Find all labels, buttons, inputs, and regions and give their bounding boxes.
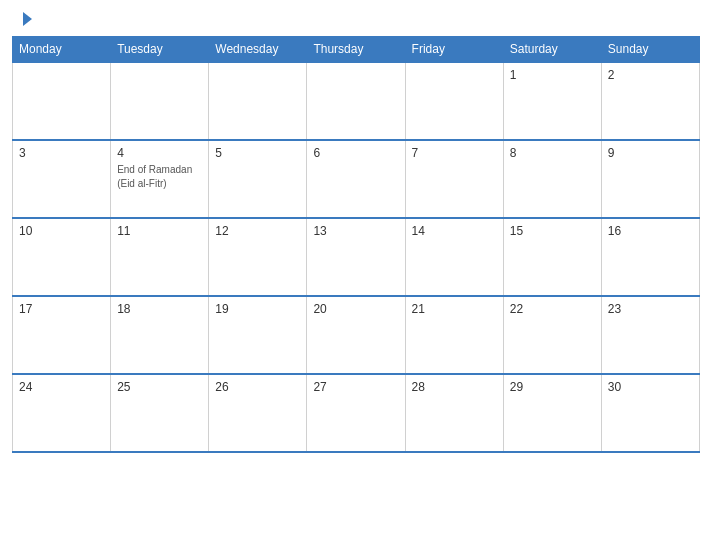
day-number: 4 bbox=[117, 146, 202, 160]
calendar-cell: 18 bbox=[111, 296, 209, 374]
day-number: 28 bbox=[412, 380, 497, 394]
day-number: 27 bbox=[313, 380, 398, 394]
calendar-cell: 2 bbox=[601, 62, 699, 140]
day-number: 10 bbox=[19, 224, 104, 238]
calendar-cell: 8 bbox=[503, 140, 601, 218]
week-row-2: 34End of Ramadan (Eid al-Fitr)56789 bbox=[13, 140, 700, 218]
calendar-cell: 16 bbox=[601, 218, 699, 296]
day-number: 9 bbox=[608, 146, 693, 160]
calendar-cell: 30 bbox=[601, 374, 699, 452]
calendar-cell: 1 bbox=[503, 62, 601, 140]
calendar-cell bbox=[405, 62, 503, 140]
logo-flag-icon bbox=[14, 10, 32, 28]
week-row-4: 17181920212223 bbox=[13, 296, 700, 374]
calendar-cell: 15 bbox=[503, 218, 601, 296]
weekday-header-monday: Monday bbox=[13, 37, 111, 63]
calendar-cell: 5 bbox=[209, 140, 307, 218]
calendar-cell: 6 bbox=[307, 140, 405, 218]
day-number: 13 bbox=[313, 224, 398, 238]
weekday-header-thursday: Thursday bbox=[307, 37, 405, 63]
calendar-cell: 10 bbox=[13, 218, 111, 296]
weekday-header-tuesday: Tuesday bbox=[111, 37, 209, 63]
calendar-body: 1234End of Ramadan (Eid al-Fitr)56789101… bbox=[13, 62, 700, 452]
day-number: 16 bbox=[608, 224, 693, 238]
calendar-cell: 27 bbox=[307, 374, 405, 452]
day-number: 14 bbox=[412, 224, 497, 238]
calendar-grid: MondayTuesdayWednesdayThursdayFridaySatu… bbox=[12, 36, 700, 453]
day-number: 6 bbox=[313, 146, 398, 160]
calendar-cell: 19 bbox=[209, 296, 307, 374]
week-row-1: 12 bbox=[13, 62, 700, 140]
weekday-header-sunday: Sunday bbox=[601, 37, 699, 63]
day-number: 29 bbox=[510, 380, 595, 394]
day-number: 8 bbox=[510, 146, 595, 160]
day-number: 24 bbox=[19, 380, 104, 394]
day-number: 21 bbox=[412, 302, 497, 316]
calendar-cell: 21 bbox=[405, 296, 503, 374]
day-number: 2 bbox=[608, 68, 693, 82]
day-number: 18 bbox=[117, 302, 202, 316]
weekday-header-saturday: Saturday bbox=[503, 37, 601, 63]
calendar-cell bbox=[307, 62, 405, 140]
calendar-cell: 7 bbox=[405, 140, 503, 218]
calendar-cell: 24 bbox=[13, 374, 111, 452]
calendar-cell: 26 bbox=[209, 374, 307, 452]
day-number: 1 bbox=[510, 68, 595, 82]
svg-marker-0 bbox=[23, 12, 32, 26]
week-row-5: 24252627282930 bbox=[13, 374, 700, 452]
calendar-cell bbox=[13, 62, 111, 140]
day-number: 5 bbox=[215, 146, 300, 160]
day-number: 11 bbox=[117, 224, 202, 238]
calendar-cell: 14 bbox=[405, 218, 503, 296]
calendar-cell: 3 bbox=[13, 140, 111, 218]
day-number: 23 bbox=[608, 302, 693, 316]
calendar-cell: 20 bbox=[307, 296, 405, 374]
day-number: 17 bbox=[19, 302, 104, 316]
day-number: 22 bbox=[510, 302, 595, 316]
header bbox=[12, 10, 700, 28]
calendar-cell: 9 bbox=[601, 140, 699, 218]
calendar-cell bbox=[111, 62, 209, 140]
calendar-cell: 13 bbox=[307, 218, 405, 296]
calendar-cell: 12 bbox=[209, 218, 307, 296]
logo bbox=[12, 10, 32, 28]
calendar-header: MondayTuesdayWednesdayThursdayFridaySatu… bbox=[13, 37, 700, 63]
day-number: 3 bbox=[19, 146, 104, 160]
day-number: 30 bbox=[608, 380, 693, 394]
calendar-cell: 23 bbox=[601, 296, 699, 374]
calendar-cell: 28 bbox=[405, 374, 503, 452]
weekday-header-wednesday: Wednesday bbox=[209, 37, 307, 63]
calendar-cell bbox=[209, 62, 307, 140]
day-number: 12 bbox=[215, 224, 300, 238]
calendar-cell: 29 bbox=[503, 374, 601, 452]
day-number: 19 bbox=[215, 302, 300, 316]
calendar-page: MondayTuesdayWednesdayThursdayFridaySatu… bbox=[0, 0, 712, 550]
calendar-cell: 11 bbox=[111, 218, 209, 296]
day-number: 7 bbox=[412, 146, 497, 160]
day-number: 15 bbox=[510, 224, 595, 238]
day-number: 20 bbox=[313, 302, 398, 316]
day-number: 25 bbox=[117, 380, 202, 394]
calendar-cell: 17 bbox=[13, 296, 111, 374]
calendar-cell: 25 bbox=[111, 374, 209, 452]
day-number: 26 bbox=[215, 380, 300, 394]
calendar-cell: 4End of Ramadan (Eid al-Fitr) bbox=[111, 140, 209, 218]
calendar-cell: 22 bbox=[503, 296, 601, 374]
weekday-header-friday: Friday bbox=[405, 37, 503, 63]
event-text: End of Ramadan (Eid al-Fitr) bbox=[117, 164, 192, 189]
weekday-header-row: MondayTuesdayWednesdayThursdayFridaySatu… bbox=[13, 37, 700, 63]
week-row-3: 10111213141516 bbox=[13, 218, 700, 296]
